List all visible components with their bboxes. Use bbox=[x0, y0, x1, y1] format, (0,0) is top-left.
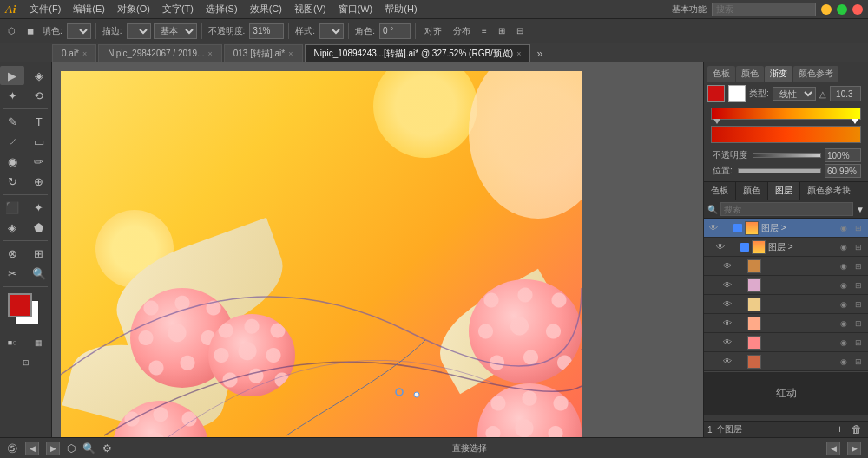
gradient-type-select[interactable]: 线性 bbox=[773, 87, 816, 101]
layer-6-btn[interactable]: ◉ bbox=[838, 317, 850, 330]
direct-select-tool[interactable]: ◈ bbox=[27, 66, 51, 85]
layer-row-4[interactable]: 👁 ◉ ⊞ bbox=[704, 276, 868, 295]
artboard-tool[interactable]: ⊡ bbox=[14, 353, 38, 372]
delete-layer-button[interactable]: 🗑 bbox=[849, 423, 865, 435]
layer-row-3[interactable]: 👁 ◉ ⊞ bbox=[704, 257, 868, 276]
layer-1-expand[interactable]: ⊞ bbox=[852, 222, 865, 234]
layer-7-btn[interactable]: ◉ bbox=[838, 337, 850, 349]
tab-3-close[interactable]: × bbox=[516, 49, 521, 58]
status-prev-button[interactable]: ◀ bbox=[826, 442, 840, 455]
stroke-select[interactable] bbox=[127, 23, 151, 39]
layer-2-expand[interactable]: ⊞ bbox=[852, 241, 865, 253]
rotate-tool[interactable]: ↻ bbox=[0, 172, 24, 191]
tab-1[interactable]: Nipic_29842067 / 2019... × bbox=[98, 44, 221, 62]
selection-tool[interactable]: ▶ bbox=[0, 66, 24, 85]
layers-tab-ref[interactable]: 颜色参考块 bbox=[800, 182, 858, 200]
tab-0[interactable]: 0.ai* × bbox=[52, 44, 96, 62]
menu-view[interactable]: 视图(V) bbox=[289, 2, 332, 16]
zoom-tool[interactable]: 🔍 bbox=[27, 264, 51, 283]
angle-value-input[interactable] bbox=[830, 86, 861, 101]
search-input[interactable] bbox=[712, 3, 816, 16]
menu-select[interactable]: 选择(S) bbox=[201, 2, 243, 16]
menu-object[interactable]: 对象(O) bbox=[112, 2, 155, 16]
rectangle-tool[interactable]: ▭ bbox=[27, 132, 51, 151]
foreground-color-swatch[interactable] bbox=[8, 293, 32, 317]
window-minimize-button[interactable] bbox=[821, 4, 832, 15]
color-swatch-area[interactable] bbox=[8, 293, 44, 330]
layer-row-8[interactable]: 👁 ◉ ⊞ bbox=[704, 352, 868, 371]
angle-input[interactable] bbox=[379, 23, 411, 39]
eyedropper-tool[interactable]: ⊗ bbox=[0, 244, 24, 263]
layers-search-input[interactable] bbox=[720, 202, 853, 216]
tab-gradient[interactable]: 渐变 bbox=[765, 66, 792, 82]
gradient-stop-right[interactable] bbox=[852, 119, 858, 124]
gradient-bar[interactable] bbox=[711, 108, 861, 120]
layer-row-6[interactable]: 👁 ◉ ⊞ bbox=[704, 314, 868, 333]
live-paint-tool[interactable]: ⬟ bbox=[27, 218, 51, 237]
layer-4-btn[interactable]: ◉ bbox=[838, 279, 850, 291]
toolbar-btn3[interactable]: ⊟ bbox=[512, 24, 528, 37]
position-value-input[interactable] bbox=[825, 164, 861, 178]
add-layer-button[interactable]: + bbox=[834, 423, 845, 435]
free-transform-tool[interactable]: ✦ bbox=[27, 198, 51, 217]
tab-1-close[interactable]: × bbox=[207, 49, 212, 58]
shape-builder-tool[interactable]: ◈ bbox=[0, 218, 24, 237]
toolbar-btn1[interactable]: ≡ bbox=[477, 24, 491, 37]
window-maximize-button[interactable] bbox=[837, 4, 847, 15]
tab-2-close[interactable]: × bbox=[288, 49, 293, 58]
menu-help[interactable]: 帮助(H) bbox=[379, 2, 422, 16]
tab-2[interactable]: 013 [转描].ai* × bbox=[224, 44, 303, 62]
layers-tab-layers[interactable]: 图层 bbox=[768, 182, 800, 200]
lasso-tool[interactable]: ⟲ bbox=[27, 86, 51, 105]
tab-3[interactable]: Nipic_10894243...[转描].ai* @ 327.52% (RGB… bbox=[305, 44, 531, 62]
layer-1-btn[interactable]: ◉ bbox=[838, 222, 850, 234]
layer-row-2[interactable]: 👁 图层 > ◉ ⊞ bbox=[704, 238, 868, 257]
layer-6-visibility[interactable]: 👁 bbox=[721, 317, 733, 330]
opacity-slider[interactable] bbox=[753, 153, 821, 158]
blend-tool[interactable]: ⊞ bbox=[27, 244, 51, 263]
layer-5-expand[interactable]: ⊞ bbox=[852, 298, 865, 311]
layer-5-visibility[interactable]: 👁 bbox=[721, 298, 733, 311]
tab-0-close[interactable]: × bbox=[82, 49, 87, 58]
layer-4-visibility[interactable]: 👁 bbox=[721, 279, 733, 291]
layer-row-1[interactable]: 👁 图层 > ◉ ⊞ bbox=[704, 219, 868, 238]
gradient-bg-swatch[interactable] bbox=[728, 85, 746, 102]
layer-1-visibility[interactable]: 👁 bbox=[707, 222, 720, 234]
menu-effect[interactable]: 效果(C) bbox=[245, 2, 287, 16]
layer-6-expand[interactable]: ⊞ bbox=[852, 317, 865, 330]
pen-tool[interactable]: ✎ bbox=[0, 112, 24, 131]
menu-file[interactable]: 文件(F) bbox=[24, 2, 66, 16]
toolbar-icon1[interactable]: ⬡ bbox=[3, 24, 20, 37]
style-select[interactable] bbox=[319, 23, 344, 39]
gradient-stop-left[interactable] bbox=[713, 119, 720, 124]
line-tool[interactable]: ⟋ bbox=[0, 132, 24, 151]
status-next-button[interactable]: ▶ bbox=[847, 442, 861, 455]
fill-select[interactable] bbox=[67, 23, 91, 39]
align-button[interactable]: 对齐 bbox=[420, 23, 446, 39]
layers-tab-color[interactable]: 颜色 bbox=[736, 182, 768, 200]
gradient-preview-bar[interactable] bbox=[711, 126, 861, 143]
layers-tab-swatch[interactable]: 色板 bbox=[704, 182, 736, 200]
layer-4-expand[interactable]: ⊞ bbox=[852, 279, 865, 291]
toolbar-btn2[interactable]: ⊞ bbox=[494, 24, 510, 37]
layer-8-expand[interactable]: ⊞ bbox=[852, 356, 865, 368]
scale-tool[interactable]: ⊕ bbox=[27, 172, 51, 191]
tab-color-ref[interactable]: 颜色参考 bbox=[793, 66, 838, 82]
layer-8-btn[interactable]: ◉ bbox=[838, 356, 850, 368]
window-close-button[interactable] bbox=[852, 4, 863, 15]
layer-3-btn[interactable]: ◉ bbox=[838, 260, 850, 272]
gradient-tool[interactable]: ▦ bbox=[27, 333, 51, 352]
menu-text[interactable]: 文字(T) bbox=[157, 2, 199, 16]
layer-7-visibility[interactable]: 👁 bbox=[721, 337, 733, 349]
toolbar-icon2[interactable]: ◼ bbox=[23, 24, 38, 37]
prev-button[interactable]: ◀ bbox=[25, 442, 39, 455]
pencil-tool[interactable]: ✏ bbox=[27, 152, 51, 171]
distribute-button[interactable]: 分布 bbox=[449, 23, 475, 39]
stroke-weight-select[interactable]: 基本 bbox=[154, 23, 197, 39]
warp-tool[interactable]: ⬛ bbox=[0, 198, 24, 217]
layer-2-visibility[interactable]: 👁 bbox=[714, 241, 727, 253]
layer-3-expand[interactable]: ⊞ bbox=[852, 260, 865, 272]
tab-swatch[interactable]: 色板 bbox=[707, 66, 735, 82]
paintbrush-tool[interactable]: ◉ bbox=[0, 152, 24, 171]
next-button[interactable]: ▶ bbox=[46, 442, 60, 455]
